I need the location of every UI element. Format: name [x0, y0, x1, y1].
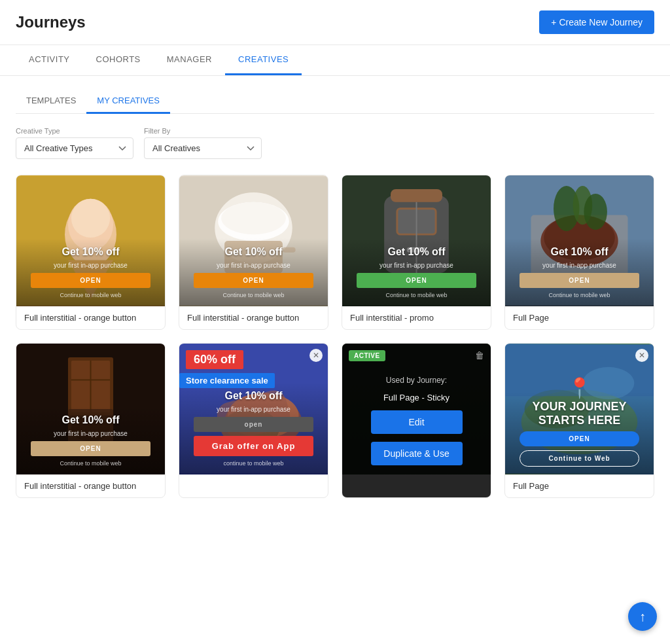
- card-6-open-btn[interactable]: open: [194, 417, 313, 432]
- card-5-image: Get 10% off your first in-app purchase O…: [16, 344, 165, 474]
- card-4-title: Get 10% off: [550, 246, 608, 258]
- card-5-btn[interactable]: OPEN: [31, 441, 150, 456]
- nav-tab-creatives[interactable]: CREATIVES: [225, 45, 302, 75]
- card-3-btn[interactable]: OPEN: [357, 273, 476, 288]
- card-6-link[interactable]: continue to mobile web: [223, 460, 283, 467]
- filter-by-select[interactable]: All Creatives Active Inactive Draft: [144, 137, 262, 159]
- card-2-image: Get 10% off your first in-app purchase O…: [179, 175, 328, 306]
- card-7-active-overlay: ACTIVE 🗑 Used by Journey: Full Page - St…: [342, 344, 491, 497]
- card-2-title: Get 10% off: [224, 246, 282, 258]
- nav-tab-activity[interactable]: ACTIVITY: [16, 45, 83, 75]
- card-6-grab-btn[interactable]: Grab offer on App: [194, 436, 313, 456]
- card-3[interactable]: Get 10% off your first in-app purchase O…: [342, 175, 491, 330]
- card-2-overlay: Get 10% off your first in-app purchase O…: [179, 238, 328, 306]
- creative-type-select[interactable]: All Creative Types Full Page Banner Inte…: [16, 137, 133, 159]
- card-6-title: Get 10% off: [224, 390, 282, 402]
- card-8-image: ✕ 📍 YOUR JOURNEY STARTS HERE OPEN Contin…: [505, 344, 654, 474]
- svg-point-24: [584, 194, 607, 230]
- card-4-link[interactable]: Continue to mobile web: [548, 292, 610, 298]
- svg-point-8: [221, 202, 286, 234]
- card-2-link[interactable]: Continue to mobile web: [222, 292, 284, 298]
- card-8-title: YOUR JOURNEY STARTS HERE: [513, 400, 646, 427]
- card-4-subtitle: your first in-app purchase: [542, 262, 616, 269]
- card-8[interactable]: ✕ 📍 YOUR JOURNEY STARTS HERE OPEN Contin…: [504, 343, 654, 498]
- card-1-btn[interactable]: OPEN: [31, 273, 150, 288]
- main-nav: ACTIVITY COHORTS MANAGER CREATIVES: [0, 45, 670, 76]
- card-3-subtitle: your first in-app purchase: [379, 262, 453, 269]
- card-5-subtitle: your first in-app purchase: [54, 430, 128, 437]
- card-1-overlay: Get 10% off your first in-app purchase O…: [16, 238, 165, 306]
- card-5-overlay: Get 10% off your first in-app purchase O…: [16, 406, 165, 474]
- card-4-btn[interactable]: OPEN: [520, 273, 639, 288]
- creative-type-filter: Creative Type All Creative Types Full Pa…: [16, 127, 133, 159]
- card-2-label: Full interstitial - orange button: [179, 306, 328, 329]
- card-7-active-badge: ACTIVE: [349, 350, 385, 361]
- cards-grid: Get 10% off your first in-app purchase O…: [16, 175, 654, 498]
- card-7-used-by-name: Full Page - Sticky: [383, 393, 450, 402]
- card-3-link[interactable]: Continue to mobile web: [385, 292, 447, 298]
- card-8-label: Full Page: [505, 474, 654, 497]
- card-7[interactable]: ACTIVE 🗑 Used by Journey: Full Page - St…: [342, 343, 491, 498]
- card-8-open-btn[interactable]: OPEN: [520, 431, 639, 446]
- card-7-duplicate-btn[interactable]: Duplicate & Use: [371, 442, 463, 465]
- card-5-label: Full interstitial - orange button: [16, 474, 165, 497]
- card-6-image: ✕ 60% off Store clearance sale Get 10% o…: [179, 344, 328, 474]
- card-6[interactable]: ✕ 60% off Store clearance sale Get 10% o…: [179, 343, 328, 498]
- card-8-pin-icon: 📍: [567, 376, 591, 399]
- sub-tab-templates[interactable]: TEMPLATES: [16, 89, 86, 114]
- create-journey-button[interactable]: + Create New Journey: [539, 10, 654, 34]
- card-5[interactable]: Get 10% off your first in-app purchase O…: [16, 343, 166, 498]
- card-5-link[interactable]: Continue to mobile web: [60, 460, 121, 467]
- card-3-image: Get 10% off your first in-app purchase O…: [342, 175, 491, 306]
- card-1-link[interactable]: Continue to mobile web: [60, 292, 121, 298]
- page-header: Journeys + Create New Journey: [0, 0, 670, 45]
- card-1-title: Get 10% off: [62, 246, 119, 258]
- card-8-continue-btn[interactable]: Continue to Web: [520, 450, 639, 467]
- card-2-btn[interactable]: OPEN: [194, 273, 313, 288]
- card-2-subtitle: your first in-app purchase: [217, 262, 291, 269]
- sub-tab-my-creatives[interactable]: MY CREATIVES: [86, 89, 170, 114]
- card-6-discount-badge: 60% off: [186, 350, 243, 369]
- card-6-label: [179, 474, 328, 488]
- creative-type-label: Creative Type: [16, 127, 133, 135]
- card-7-trash-icon[interactable]: 🗑: [475, 350, 484, 361]
- card-3-label: Full interstitial - promo: [342, 306, 491, 329]
- card-6-close-btn[interactable]: ✕: [309, 349, 323, 362]
- card-1-image: Get 10% off your first in-app purchase O…: [16, 175, 165, 306]
- card-4-label: Full Page: [505, 306, 654, 329]
- sub-tab-bar: TEMPLATES MY CREATIVES: [16, 89, 654, 114]
- filters-bar: Creative Type All Creative Types Full Pa…: [16, 127, 654, 159]
- nav-tab-cohorts[interactable]: COHORTS: [83, 45, 154, 75]
- card-4-overlay: Get 10% off your first in-app purchase O…: [505, 238, 654, 306]
- svg-point-4: [71, 199, 110, 238]
- card-3-title: Get 10% off: [387, 246, 445, 258]
- card-3-overlay: Get 10% off your first in-app purchase O…: [342, 238, 491, 306]
- card-4-image: Get 10% off your first in-app purchase O…: [505, 175, 654, 306]
- card-2[interactable]: Get 10% off your first in-app purchase O…: [179, 175, 328, 330]
- main-content: TEMPLATES MY CREATIVES Creative Type All…: [0, 76, 670, 511]
- card-1-label: Full interstitial - orange button: [16, 306, 165, 329]
- page-title: Journeys: [16, 13, 86, 31]
- filter-by-label: Filter By: [144, 127, 262, 135]
- filter-by-group: Filter By All Creatives Active Inactive …: [144, 127, 262, 159]
- card-5-title: Get 10% off: [62, 414, 119, 426]
- card-6-overlay: Get 10% off your first in-app purchase o…: [179, 382, 328, 474]
- card-7-edit-btn[interactable]: Edit: [371, 410, 463, 434]
- card-7-used-by-label: Used by Journey:: [386, 376, 447, 385]
- nav-tab-manager[interactable]: MANAGER: [154, 45, 225, 75]
- svg-rect-15: [391, 189, 442, 202]
- card-4[interactable]: Get 10% off your first in-app purchase O…: [504, 175, 654, 330]
- card-1-subtitle: your first in-app purchase: [54, 262, 128, 269]
- card-1[interactable]: Get 10% off your first in-app purchase O…: [16, 175, 166, 330]
- card-8-overlay: YOUR JOURNEY STARTS HERE OPEN Continue t…: [505, 392, 654, 474]
- card-6-subtitle: your first in-app purchase: [217, 406, 291, 413]
- card-6-store-badge: Store clearance sale: [179, 373, 275, 388]
- card-8-close-btn[interactable]: ✕: [635, 349, 648, 362]
